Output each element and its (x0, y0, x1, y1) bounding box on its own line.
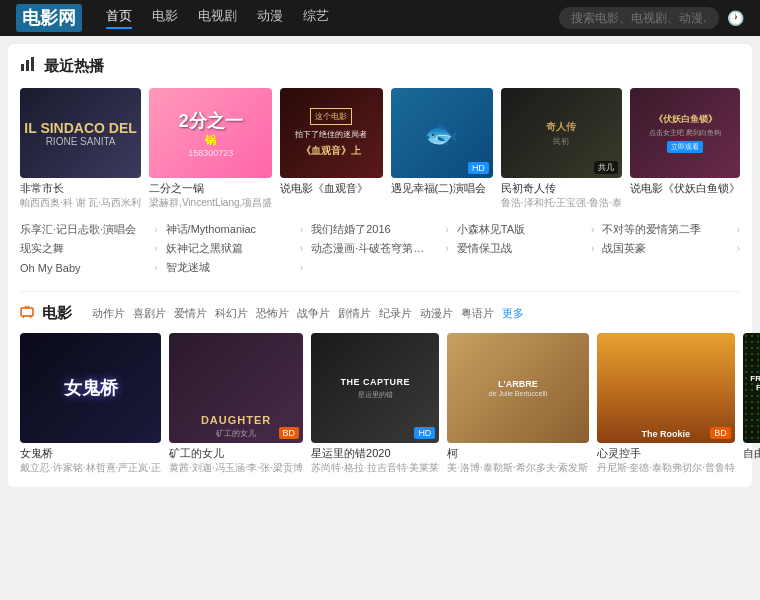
list-item-10[interactable]: Oh My Baby › (20, 260, 158, 275)
arrow-icon-11: › (300, 262, 303, 273)
hot-movie-4[interactable]: 🐟 HD 遇见幸福(二)演唱会 (391, 88, 493, 210)
film-movie-1[interactable]: 女鬼桥 女鬼桥 戴立忍·许家铭·林哲熹·严正岚·正 (20, 333, 161, 475)
tag-comedy[interactable]: 喜剧片 (133, 306, 166, 321)
film-section-title: 电影 (42, 304, 72, 323)
clock-icon[interactable]: 🕐 (727, 10, 744, 26)
tag-action[interactable]: 动作片 (92, 306, 125, 321)
film-movie-2-name: 矿工的女儿 (169, 446, 303, 461)
hot-movie-6[interactable]: 《伏妖白鱼锁》 点击女主吧 爬到白鱼钩 立即观看 说电影《伏妖白鱼锁》 (630, 88, 740, 210)
hot-movie-1-sub: 帕西西奥·科 谢 瓦·马西米利 (20, 196, 141, 210)
film-movie-6[interactable]: FREEDOM FIELDS ⚽ 自由的球场 (743, 333, 760, 475)
svg-rect-1 (26, 60, 29, 71)
svg-rect-3 (21, 308, 33, 316)
film-section: 电影 动作片 喜剧片 爱情片 科幻片 恐怖片 战争片 剧情片 纪录片 动漫片 粤… (20, 304, 740, 475)
film-movie-4[interactable]: L'ARBRE de Julie Bertuccelli 柯 美·洛博·泰勒斯·… (447, 333, 588, 475)
hot-section-header: 最近热播 (20, 56, 740, 76)
hot-section-title: 最近热播 (44, 57, 104, 76)
hot-movie-4-name: 遇见幸福(二)演唱会 (391, 181, 493, 196)
arrow-icon-8: › (591, 243, 594, 254)
header: 电影网 首页 电影 电视剧 动漫 综艺 🕐 (0, 0, 760, 36)
film-movie-3[interactable]: THE CAPTURE 星运里的错 HD 星运里的错2020 苏尚特·格拉·拉吉… (311, 333, 439, 475)
hot-movie-2-sub: 梁赫群,VincentLiang,项昌盛 (149, 196, 272, 210)
list-item-3[interactable]: 小森林见TA版 › (457, 222, 595, 237)
list-item-0[interactable]: 乐享汇·记日忐歌·演唱会 › (20, 222, 158, 237)
search-input[interactable] (559, 7, 719, 29)
nav-variety[interactable]: 综艺 (303, 7, 329, 29)
tag-war[interactable]: 战争片 (297, 306, 330, 321)
hot-movie-grid: IL SINDACO DEL RIONE SANITA 非常市长 帕西西奥·科 … (20, 88, 740, 210)
hot-section: 最近热播 IL SINDACO DEL RIONE SANITA 非常市长 帕西… (20, 56, 740, 275)
tag-cantonese[interactable]: 粤语片 (461, 306, 494, 321)
hot-movie-1-name: 非常市长 (20, 181, 141, 196)
film-movie-5-sub: 丹尼斯·奎德·泰勒弗切尔·普鲁特 (597, 461, 735, 475)
film-movie-grid: 女鬼桥 女鬼桥 戴立忍·许家铭·林哲熹·严正岚·正 DAUGHTER 矿工的女儿… (20, 333, 740, 475)
hot-movie-1[interactable]: IL SINDACO DEL RIONE SANITA 非常市长 帕西西奥·科 … (20, 88, 141, 210)
hot-list-rows: 乐享汇·记日忐歌·演唱会 › 神话/Mythomaniac › 我们结婚了201… (20, 222, 740, 275)
hot-movie-3[interactable]: 这个电影 拍下了绝佳的迷局者 《血观音》上 说电影《血观音》 (280, 88, 382, 210)
bar-chart-icon (20, 56, 36, 76)
arrow-icon-4: › (737, 224, 740, 235)
film-movie-6-name: 自由的球场 (743, 446, 760, 461)
list-item-7[interactable]: 动态漫画·斗破苍穹第… › (311, 241, 449, 256)
film-movie-1-sub: 戴立忍·许家铭·林哲熹·严正岚·正 (20, 461, 161, 475)
list-item-6[interactable]: 妖神记之黑狱篇 › (166, 241, 304, 256)
film-movie-1-name: 女鬼桥 (20, 446, 161, 461)
nav-tv[interactable]: 电视剧 (198, 7, 237, 29)
tag-horror[interactable]: 恐怖片 (256, 306, 289, 321)
film-movie-2[interactable]: DAUGHTER 矿工的女儿 BD 矿工的女儿 黄茜·刘迦·冯玉涵·李·张·梁贡… (169, 333, 303, 475)
tag-doc[interactable]: 纪录片 (379, 306, 412, 321)
arrow-icon-3: › (591, 224, 594, 235)
logo[interactable]: 电影网 (16, 4, 82, 32)
film-tags: 动作片 喜剧片 爱情片 科幻片 恐怖片 战争片 剧情片 纪录片 动漫片 粤语片 … (92, 306, 524, 321)
arrow-icon-7: › (445, 243, 448, 254)
film-movie-5-name: 心灵控手 (597, 446, 735, 461)
nav-links: 首页 电影 电视剧 动漫 综艺 (106, 7, 329, 29)
hot-movie-6-name: 说电影《伏妖白鱼锁》 (630, 181, 740, 196)
film-movie-3-sub: 苏尚特·格拉·拉吉音特·美莱莱 (311, 461, 439, 475)
section-divider (20, 291, 740, 292)
film-movie-3-name: 星运里的错2020 (311, 446, 439, 461)
film-movie-4-name: 柯 (447, 446, 588, 461)
hot-movie-5-name: 民初奇人传 (501, 181, 622, 196)
arrow-icon-10: › (154, 262, 157, 273)
svg-rect-2 (31, 57, 34, 71)
arrow-icon-9: › (737, 243, 740, 254)
tag-anime[interactable]: 动漫片 (420, 306, 453, 321)
hot-movie-5-sub: 鲁浩·泽和托·王宝强·鲁浩·泰 (501, 196, 622, 210)
list-item-11[interactable]: 智龙迷城 › (166, 260, 304, 275)
list-item-8[interactable]: 爱情保卫战 › (457, 241, 595, 256)
tag-drama[interactable]: 剧情片 (338, 306, 371, 321)
list-item-1[interactable]: 神话/Mythomaniac › (166, 222, 304, 237)
nav-movie[interactable]: 电影 (152, 7, 178, 29)
hot-movie-5[interactable]: 奇人传 民初 共几 民初奇人传 鲁浩·泽和托·王宝强·鲁浩·泰 (501, 88, 622, 210)
arrow-icon-0: › (154, 224, 157, 235)
header-right: 🕐 (559, 7, 744, 29)
tag-more[interactable]: 更多 (502, 306, 524, 321)
arrow-icon-2: › (445, 224, 448, 235)
list-item-5[interactable]: 现实之舞 › (20, 241, 158, 256)
hot-movie-2[interactable]: 2分之一 锅 158300723 二分之一锅 梁赫群,VincentLiang,… (149, 88, 272, 210)
tag-romance[interactable]: 爱情片 (174, 306, 207, 321)
nav-home[interactable]: 首页 (106, 7, 132, 29)
list-item-4[interactable]: 不对等的爱情第二季 › (602, 222, 740, 237)
main-content: 最近热播 IL SINDACO DEL RIONE SANITA 非常市长 帕西… (8, 44, 752, 487)
film-movie-4-sub: 美·洛博·泰勒斯·希尔多夫·索发斯 (447, 461, 588, 475)
arrow-icon-6: › (300, 243, 303, 254)
nav-anime[interactable]: 动漫 (257, 7, 283, 29)
hot-movie-2-name: 二分之一锅 (149, 181, 272, 196)
tag-scifi[interactable]: 科幻片 (215, 306, 248, 321)
film-header: 电影 动作片 喜剧片 爱情片 科幻片 恐怖片 战争片 剧情片 纪录片 动漫片 粤… (20, 304, 740, 323)
film-movie-5[interactable]: The Rookie BD 心灵控手 丹尼斯·奎德·泰勒弗切尔·普鲁特 (597, 333, 735, 475)
arrow-icon-5: › (154, 243, 157, 254)
list-item-9[interactable]: 战国英豪 › (602, 241, 740, 256)
film-movie-2-sub: 黄茜·刘迦·冯玉涵·李·张·梁贡博 (169, 461, 303, 475)
hot-movie-3-name: 说电影《血观音》 (280, 181, 382, 196)
arrow-icon-1: › (300, 224, 303, 235)
svg-rect-0 (21, 64, 24, 71)
tv-icon (20, 305, 34, 322)
list-item-2[interactable]: 我们结婚了2016 › (311, 222, 449, 237)
